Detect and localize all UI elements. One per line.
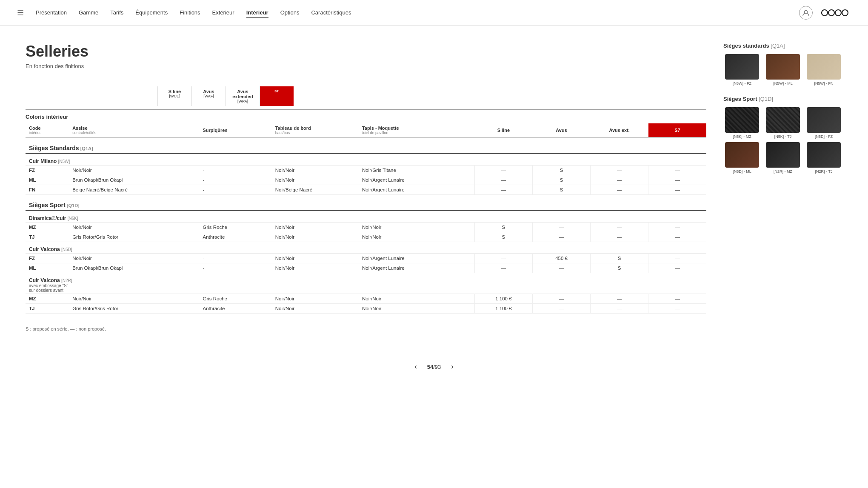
seat-image-label: [N5D] - FZ <box>815 134 833 139</box>
cell-s7: — <box>648 263 706 273</box>
nav-item-options[interactable]: Options <box>280 9 300 16</box>
cell-sline: S <box>474 223 532 232</box>
cell-avus: S <box>532 175 590 185</box>
cell-tapis: Noir/Noir <box>359 223 474 232</box>
main-content: Selleries En fonction des finitions S li… <box>0 26 868 348</box>
seat-image-box <box>807 54 841 80</box>
table-row: TJ Gris Rotor/Gris Rotor Anthracite Noir… <box>26 232 706 242</box>
nav-item-exterieur[interactable]: Extérieur <box>212 9 234 16</box>
cell-tapis: Noir/Noir <box>359 294 474 304</box>
seat-image-label: [N2R] - TJ <box>815 169 833 174</box>
cell-tapis: Noir/Noir <box>359 232 474 242</box>
nav-item-equipements[interactable]: Équipements <box>135 9 168 16</box>
cell-surpiqures: Gris Roche <box>200 223 272 232</box>
cell-tableau: Noir/Noir <box>272 263 359 273</box>
cell-s7: — <box>648 304 706 314</box>
nav-right <box>799 6 851 20</box>
table-row: ML Brun Okapi/Brun Okapi - Noir/Noir Noi… <box>26 263 706 273</box>
cell-surpiqures: Anthracite <box>200 232 272 242</box>
seat-image-box <box>725 142 759 168</box>
cell-code: MZ <box>26 294 69 304</box>
cell-avus-ext: — <box>591 223 648 232</box>
cell-code: TJ <box>26 304 69 314</box>
cell-surpiqures: Anthracite <box>200 304 272 314</box>
cell-avus: — <box>532 294 590 304</box>
selleries-table: Code intérieur Assise centrale/côtés Sur… <box>26 123 706 314</box>
hamburger-icon[interactable]: ☰ <box>17 8 24 17</box>
cell-code: TJ <box>26 232 69 242</box>
cell-tapis: Noir/Argent Lunaire <box>359 254 474 263</box>
svg-point-4 <box>842 10 848 16</box>
cell-avus: — <box>532 223 590 232</box>
seat-image-item: [N5W] - ML <box>764 54 802 86</box>
page-subtitle: En fonction des finitions <box>26 63 706 69</box>
col-surpiqures: Surpiqûres <box>200 123 272 137</box>
col-sline: S line <box>474 123 532 137</box>
seat-type-header: Cuir Valcona [N2R] avec embossage "S" su… <box>26 273 706 294</box>
cell-assise: Brun Okapi/Brun Okapi <box>69 175 199 185</box>
sidebar-standards-title: Sièges standards [Q1A] <box>723 43 842 49</box>
cell-tableau: Noir/Noir <box>272 294 359 304</box>
seat-image-item: [N5W] - FN <box>805 54 842 86</box>
cell-sline: — <box>474 175 532 185</box>
cell-s7: — <box>648 175 706 185</box>
seat-image-box <box>766 142 800 168</box>
cell-tableau: Noir/Noir <box>272 232 359 242</box>
table-row: FZ Noir/Noir - Noir/Noir Noir/Gris Titan… <box>26 166 706 175</box>
nav-item-caracteristiques[interactable]: Caractéristiques <box>311 9 351 16</box>
cell-s7: — <box>648 185 706 195</box>
cell-tapis: Noir/Argent Lunaire <box>359 175 474 185</box>
sidebar: Sièges standards [Q1A] [N5W] - FZ [N5W] … <box>723 43 842 331</box>
seat-group-code: [Q1A] <box>80 146 93 151</box>
next-page-button[interactable]: › <box>448 361 457 372</box>
seat-group-title: Sièges Sport <box>29 202 66 208</box>
col-tapis: Tapis - Moquette /ciel de pavillon <box>359 123 474 137</box>
cell-surpiqures: - <box>200 254 272 263</box>
cell-avus: S <box>532 166 590 175</box>
cell-assise: Noir/Noir <box>69 254 199 263</box>
cell-sline: 1 100 € <box>474 294 532 304</box>
cell-assise: Gris Rotor/Gris Rotor <box>69 304 199 314</box>
nav-item-tarifs[interactable]: Tarifs <box>110 9 123 16</box>
seat-type-header: Cuir Valcona [N5D] <box>26 242 706 254</box>
seat-image-item: [N5D] - FZ <box>805 107 842 139</box>
cell-sline: — <box>474 254 532 263</box>
cell-tableau: Noir/Noir <box>272 175 359 185</box>
cell-surpiqures: Gris Roche <box>200 294 272 304</box>
cell-surpiqures: - <box>200 166 272 175</box>
table-row: MZ Noir/Noir Gris Roche Noir/Noir Noir/N… <box>26 223 706 232</box>
cell-tapis: Noir/Argent Lunaire <box>359 263 474 273</box>
cell-s7: — <box>648 223 706 232</box>
main-nav: ☰ Présentation Gamme Tarifs Équipements … <box>0 0 868 26</box>
svg-point-1 <box>822 10 828 16</box>
cell-assise: Noir/Noir <box>69 166 199 175</box>
seat-group-title: Sièges Standards <box>29 145 79 151</box>
cell-code: FZ <box>26 166 69 175</box>
seat-group-code: [Q1D] <box>67 203 80 208</box>
cell-surpiqures: - <box>200 185 272 195</box>
nav-item-finitions[interactable]: Finitions <box>180 9 200 16</box>
svg-point-3 <box>835 10 841 16</box>
cell-tableau: Noir/Noir <box>272 166 359 175</box>
svg-point-2 <box>828 10 834 16</box>
seat-image-box <box>766 107 800 133</box>
seat-image-item: [N2R] - MZ <box>764 142 802 174</box>
cell-code: MZ <box>26 223 69 232</box>
nav-item-gamme[interactable]: Gamme <box>79 9 98 16</box>
finition-avus-extended: Avus extended [WPA] <box>226 86 260 106</box>
finition-sline: S line [WCE] <box>157 86 191 106</box>
cell-avus-ext: — <box>591 185 648 195</box>
nav-item-presentation[interactable]: Présentation <box>36 9 67 16</box>
table-row: FZ Noir/Noir - Noir/Noir Noir/Argent Lun… <box>26 254 706 263</box>
cell-sline: S <box>474 232 532 242</box>
table-row: TJ Gris Rotor/Gris Rotor Anthracite Noir… <box>26 304 706 314</box>
sidebar-sport-images: [N5K] - MZ [N5K] - TJ [N5D] - FZ [N5D] -… <box>723 107 842 174</box>
nav-item-interieur[interactable]: Intérieur <box>246 9 268 16</box>
seat-group-standards: Sièges Standards [Q1A] <box>26 137 706 154</box>
cell-surpiqures: - <box>200 175 272 185</box>
prev-page-button[interactable]: ‹ <box>411 361 420 372</box>
cell-assise: Gris Rotor/Gris Rotor <box>69 232 199 242</box>
user-icon[interactable] <box>799 6 813 20</box>
svg-text:S7: S7 <box>274 89 279 93</box>
sidebar-sport-title: Sièges Sport [Q1D] <box>723 96 842 102</box>
